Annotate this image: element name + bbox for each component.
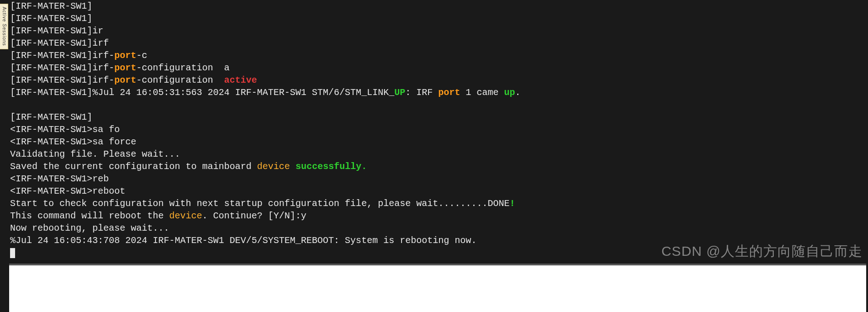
line: [IRF-MATER-SW1] — [10, 1, 92, 11]
line: <IRF-MATER-SW1>reb — [10, 174, 109, 184]
line: This command will reboot the device. Con… — [10, 211, 306, 221]
active-sessions-tab[interactable]: Active Sessions — [0, 4, 8, 49]
line: [IRF-MATER-SW1]irf-port-c — [10, 50, 147, 61]
cursor — [10, 248, 15, 258]
line: [IRF-MATER-SW1]irf-port-configuration ac… — [10, 75, 257, 85]
line: Validating file. Please wait... — [10, 149, 180, 159]
line: <IRF-MATER-SW1>sa force — [10, 137, 136, 147]
terminal-output: [IRF-MATER-SW1] [IRF-MATER-SW1] [IRF-MAT… — [9, 0, 866, 259]
lower-panel — [9, 264, 866, 312]
line: [IRF-MATER-SW1] — [10, 112, 92, 122]
line: Saved the current configuration to mainb… — [10, 161, 367, 172]
line: <IRF-MATER-SW1>reboot — [10, 186, 125, 196]
line: [IRF-MATER-SW1]%Jul 24 16:05:31:563 2024… — [10, 87, 520, 98]
line: [IRF-MATER-SW1] — [10, 13, 92, 24]
line: [IRF-MATER-SW1]irf-port-configuration a — [10, 63, 230, 73]
line: <IRF-MATER-SW1>sa fo — [10, 124, 120, 135]
line: [IRF-MATER-SW1]ir — [10, 26, 103, 36]
line: Start to check configuration with next s… — [10, 198, 515, 209]
line: %Jul 24 16:05:43:708 2024 IRF-MATER-SW1 … — [10, 235, 477, 246]
line: Now rebooting, please wait... — [10, 223, 169, 233]
terminal-pane[interactable]: [IRF-MATER-SW1] [IRF-MATER-SW1] [IRF-MAT… — [9, 0, 866, 262]
line: [IRF-MATER-SW1]irf — [10, 38, 109, 48]
